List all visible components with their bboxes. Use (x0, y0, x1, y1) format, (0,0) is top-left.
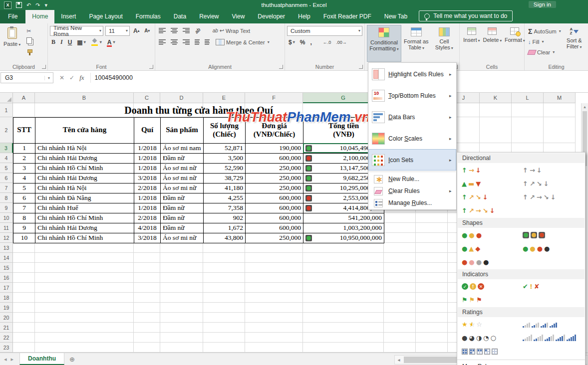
merge-center-button[interactable]: Merge & Center ▾ (214, 38, 271, 46)
grow-font-button[interactable]: A▴ (132, 27, 141, 34)
qat-customize-caret[interactable]: ▾ (44, 2, 47, 8)
tab-foxit-reader-pdf[interactable]: Foxit Reader PDF (317, 10, 378, 23)
row-header-15[interactable]: 15 (0, 263, 13, 273)
icon-set-3-flags[interactable]: ⚑⚑⚑ (459, 296, 520, 304)
column-header-C[interactable]: C (134, 93, 160, 103)
sheet-nav-left-icon[interactable]: ◂ (0, 356, 11, 363)
cell-E12[interactable]: 43,800 (204, 233, 246, 243)
cell-A9[interactable]: 7 (13, 203, 35, 213)
alignment-dialog-launcher[interactable] (279, 65, 283, 69)
row-header-22[interactable]: 22 (0, 333, 13, 343)
fill-button[interactable]: ↓Fill▾ (527, 37, 563, 46)
cell-E4[interactable]: 3,500 (204, 153, 246, 163)
cell-styles-button[interactable]: Cell Styles▾ (431, 25, 457, 62)
cell-D11[interactable]: Đầm nữ (161, 223, 204, 233)
icon-set-3-traffic-lights-unrimmed[interactable]: ●●● (459, 231, 520, 239)
underline-button[interactable]: U (66, 39, 74, 46)
row-header-3[interactable]: 3 (0, 143, 13, 153)
accounting-format-button[interactable]: $▾ (287, 39, 296, 46)
row-header-19[interactable]: 19 (0, 303, 13, 313)
align-middle-button[interactable] (169, 28, 179, 33)
align-center-button[interactable] (169, 39, 179, 45)
cell-B11[interactable]: Chi nhánh Hải Dương (35, 223, 134, 233)
paste-button[interactable]: Paste▾ (2, 25, 22, 62)
icon-set-3-symbols-uncircled[interactable]: ✔!✘ (520, 282, 583, 291)
percent-style-button[interactable]: % (298, 39, 307, 46)
cell-F11[interactable]: 600,000 (246, 223, 303, 233)
tab-file[interactable]: File (0, 10, 25, 23)
clear-button[interactable]: Clear▾ (527, 48, 563, 56)
cell-B4[interactable]: Chi nhánh Hải Dương (35, 153, 134, 163)
cell-C10[interactable]: 2/2018 (134, 213, 161, 223)
italic-button[interactable]: I (59, 38, 64, 46)
icon-set-3-stars[interactable]: ★☆★☆ (459, 320, 520, 329)
row-header-20[interactable]: 20 (0, 313, 13, 323)
conditional-formatting-button[interactable]: Conditional Formatting▾ (367, 25, 401, 62)
cell-A5[interactable]: 3 (13, 163, 35, 173)
cell-B10[interactable]: Chi nhánh Hồ Chí Minh (35, 213, 134, 223)
cell-F4[interactable]: 600,000 (246, 153, 303, 163)
row-header-23[interactable]: 23 (0, 343, 13, 353)
icon-set-5-ratings[interactable] (520, 334, 583, 342)
cf-menu-item-top-bottom-rules[interactable]: Top/Bottom Rules▸ (368, 85, 456, 106)
cell-A3[interactable]: 1 (13, 143, 35, 153)
column-header-E[interactable]: E (203, 93, 245, 103)
cell-G12[interactable]: 10,950,000,000 (303, 233, 384, 243)
row-header-7[interactable]: 7 (0, 183, 13, 193)
cell-A6[interactable]: 4 (13, 173, 35, 183)
icon-set-4-arrows-gray[interactable]: ↑↗↘↓ (520, 180, 583, 188)
table-header-t-n-c-a-h-ng[interactable]: Tên cửa hàng (35, 117, 134, 143)
cell-C4[interactable]: 1/2018 (134, 153, 161, 163)
delete-cells-button[interactable]: Delete▾ (482, 25, 504, 62)
decrease-decimal-button[interactable]: .00→ (334, 39, 348, 46)
cell-E6[interactable]: 38,729 (204, 173, 246, 183)
cell-A11[interactable]: 9 (13, 223, 35, 233)
cell-E8[interactable]: 4,255 (204, 193, 246, 203)
more-rules-item[interactable]: More Rules... (457, 360, 585, 365)
align-left-button[interactable] (157, 39, 167, 45)
tab-page-layout[interactable]: Page Layout (82, 10, 129, 23)
cell-F5[interactable]: 250,000 (246, 163, 303, 173)
font-size-combo[interactable]: 11 ▾ (105, 26, 130, 36)
format-as-table-button[interactable]: Format as Table▾ (401, 25, 431, 62)
column-header-D[interactable]: D (160, 93, 203, 103)
cell-B8[interactable]: Chi nhánh Đà Nẵng (35, 193, 134, 203)
save-icon[interactable] (16, 2, 22, 8)
cell-F3[interactable]: 190,000 (246, 143, 303, 153)
cell-C11[interactable]: 4/2018 (134, 223, 161, 233)
cell-D6[interactable]: Áo sơ mi nữ (161, 173, 204, 183)
cell-D5[interactable]: Áo sơ mi nữ (161, 163, 204, 173)
cell-F8[interactable]: 600,000 (246, 193, 303, 203)
tell-me-box[interactable]: Tell me what you want to do (419, 10, 513, 21)
cell-C12[interactable]: 3/2018 (134, 233, 161, 243)
icon-set-3-arrows-gray[interactable]: ↑→↓ (520, 166, 583, 175)
tab-home[interactable]: Home (25, 10, 54, 23)
cell-G11[interactable]: 1,003,200,000 (303, 223, 384, 233)
align-right-button[interactable] (181, 39, 191, 45)
new-sheet-button[interactable]: ⊕ (64, 356, 80, 363)
cell-D7[interactable]: Áo sơ mi nữ (161, 183, 204, 193)
formula-input[interactable]: 10045490000 (91, 73, 588, 83)
row-header-16[interactable]: 16 (0, 273, 13, 283)
name-box-caret-icon[interactable]: ▾ (44, 76, 53, 80)
number-format-combo[interactable]: Custom ▾ (287, 26, 362, 36)
column-header-K[interactable]: K (480, 93, 512, 103)
cell-A10[interactable]: 8 (13, 213, 35, 223)
row-header-5[interactable]: 5 (0, 163, 13, 173)
scroll-up-icon[interactable]: ▴ (582, 103, 588, 110)
column-header-M[interactable]: M (544, 93, 576, 103)
cell-E9[interactable]: 7,358 (204, 203, 246, 213)
cell-A7[interactable]: 5 (13, 183, 35, 193)
cell-E3[interactable]: 52,871 (204, 143, 246, 153)
cell-A12[interactable]: 10 (13, 233, 35, 243)
cell-C8[interactable]: 1/2018 (134, 193, 161, 203)
cf-menu-item-clear-rules[interactable]: Clear Rules▸ (368, 185, 456, 197)
wrap-text-button[interactable]: ab ↩ Wrap Text (211, 26, 252, 35)
icon-set-3-traffic-lights-rimmed[interactable] (520, 231, 583, 239)
cell-B3[interactable]: Chi nhánh Hà Nội (35, 143, 134, 153)
table-header-n-gi[interactable]: Đơn giá(VNĐ/Chiếc) (246, 117, 303, 143)
icon-set-3-arrows-colored[interactable]: ↑→↓ (459, 166, 520, 175)
shrink-font-button[interactable]: A▾ (143, 28, 151, 33)
cf-menu-item-highlight-cells-rules[interactable]: Highlight Cells Rules▸ (368, 63, 456, 85)
cell-E11[interactable]: 1,672 (204, 223, 246, 233)
